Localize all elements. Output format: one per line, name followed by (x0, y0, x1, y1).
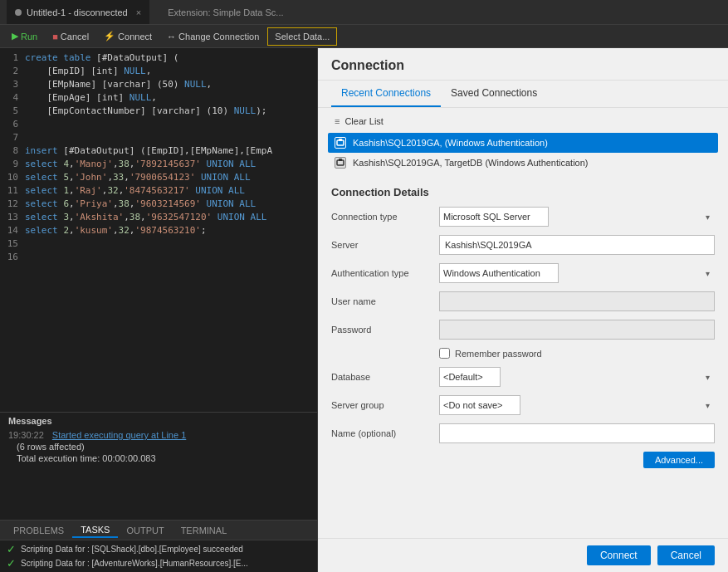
run-button[interactable]: ▶ Run (5, 27, 44, 46)
tab1-close-icon[interactable]: × (136, 7, 141, 17)
status-text: Scripting Data for : [AdventureWorks].[H… (21, 559, 248, 568)
auth-type-label: Authentication type (331, 268, 439, 278)
connection-details: Connection Details Connection type Micro… (318, 178, 728, 538)
clear-list-button[interactable]: ≡ Clear List (328, 113, 718, 130)
messages-header: Messages (0, 413, 317, 429)
message-time: 19:30:22 (8, 430, 44, 440)
bottom-tab-output[interactable]: OUTPUT (118, 524, 172, 537)
check-icon: ✓ (7, 557, 16, 570)
auth-type-select[interactable]: Windows Authentication (439, 263, 559, 283)
code-line: 7 (0, 131, 317, 144)
line-content: select 2,'kusum',32,'9874563210'; (25, 224, 207, 237)
line-content: select 6,'Priya',38,'9603214569' UNION A… (25, 198, 256, 211)
line-content: create table [#DataOutput] ( (25, 51, 178, 65)
line-number: 5 (0, 105, 25, 118)
line-number: 14 (0, 224, 25, 237)
select-data-label: Select Data... (275, 32, 330, 42)
clear-list-label: Clear List (344, 116, 383, 126)
name-input[interactable] (439, 423, 715, 443)
code-line: 11select 1,'Raj',32,'8474563217' UNION A… (0, 184, 317, 198)
server-row: Server (331, 235, 715, 255)
connect-button[interactable]: ⚡ Connect (97, 27, 159, 46)
main-content: 1create table [#DataOutput] (2 [EmpID] [… (0, 48, 728, 572)
total-time: Total execution time: 00:00:00.083 (17, 453, 156, 463)
run-label: Run (21, 32, 37, 42)
change-connection-button[interactable]: ↔ Change Connection (160, 27, 266, 46)
line-number: 10 (0, 171, 25, 184)
line-number: 12 (0, 198, 25, 211)
message-row-2: (6 rows affected) (0, 441, 317, 452)
run-icon: ▶ (12, 31, 18, 42)
code-line: 9select 4,'Manoj',38,'7892145637' UNION … (0, 158, 317, 171)
connection-item-0[interactable]: Kashish\SQL2019GA, (Windows Authenticati… (328, 133, 718, 153)
password-input[interactable] (439, 320, 715, 340)
code-line: 16 (0, 251, 317, 264)
database-select[interactable]: <Default> (439, 367, 501, 387)
connection-title: Connection (318, 48, 728, 81)
bottom-tab-tasks[interactable]: TASKS (72, 523, 118, 538)
auth-type-select-wrapper: Windows Authentication (439, 263, 715, 283)
code-line: 12select 6,'Priya',38,'9603214569' UNION… (0, 198, 317, 211)
remember-password-checkbox[interactable] (439, 348, 450, 359)
remember-password-label: Remember password (455, 349, 542, 359)
connection-item-1[interactable]: Kashish\SQL2019GA, TargetDB (Windows Aut… (328, 153, 718, 173)
connect-label: Connect (118, 32, 152, 42)
code-line: 8insert [#DataOutput] ([EmpID],[EMpName]… (0, 144, 317, 158)
toolbar: ▶ Run ■ Cancel ⚡ Connect ↔ Change Connec… (0, 25, 728, 48)
bottom-tab-problems[interactable]: PROBLEMS (5, 524, 72, 537)
message-row-3: Total execution time: 00:00:00.083 (0, 452, 317, 464)
svg-rect-1 (339, 139, 342, 141)
conn-tab-0[interactable]: Recent Connections (331, 81, 441, 107)
line-number: 13 (0, 211, 25, 224)
user-name-label: User name (331, 296, 439, 306)
bottom-tab-terminal[interactable]: TERMINAL (173, 524, 236, 537)
line-content: [EMpName] [varchar] (50) NULL, (25, 78, 212, 91)
change-connection-label: Change Connection (178, 32, 259, 42)
line-number: 7 (0, 131, 25, 144)
database-label: Database (331, 372, 439, 382)
code-editor[interactable]: 1create table [#DataOutput] (2 [EmpID] [… (0, 48, 317, 412)
bottom-tabs: PROBLEMSTASKSOUTPUTTERMINAL (0, 520, 317, 540)
connection-type-select[interactable]: Microsoft SQL Server (439, 207, 549, 227)
user-name-input[interactable] (439, 291, 715, 311)
conn-tab-1[interactable]: Saved Connections (441, 81, 547, 107)
message-link[interactable]: Started executing query at Line 1 (52, 430, 186, 440)
password-row: Password (331, 320, 715, 340)
code-line: 13select 3,'Akshita',38,'9632547120' UNI… (0, 211, 317, 224)
line-content: select 1,'Raj',32,'8474563217' UNION ALL (25, 184, 245, 198)
second-tab[interactable]: Extension: Simple Data Sc... (159, 0, 291, 24)
code-line: 5 [EmpContactNumber] [varchar] (10) NULL… (0, 105, 317, 118)
code-line: 10select 5,'John',33,'7900654123' UNION … (0, 171, 317, 184)
line-content: select 4,'Manoj',38,'7892145637' UNION A… (25, 158, 256, 171)
message-row-1: 19:30:22 Started executing query at Line… (0, 429, 317, 441)
code-line: 14select 2,'kusum',32,'9874563210'; (0, 224, 317, 237)
title-bar: Untitled-1 - disconnected × Extension: S… (0, 0, 728, 25)
advanced-button[interactable]: Advanced... (643, 452, 715, 468)
server-input[interactable] (439, 235, 715, 255)
messages-panel: Messages 19:30:22 Started executing quer… (0, 412, 317, 520)
cancel-action-button[interactable]: Cancel (657, 545, 715, 565)
server-label: Server (331, 240, 439, 250)
server-group-select-wrapper: <Do not save> (439, 395, 715, 415)
line-content: insert [#DataOutput] ([EmpID],[EMpName],… (25, 144, 272, 158)
code-line: 1create table [#DataOutput] ( (0, 51, 317, 65)
auth-type-row: Authentication type Windows Authenticati… (331, 263, 715, 283)
select-data-button[interactable]: Select Data... (267, 27, 337, 46)
tab1-label: Untitled-1 - disconnected (27, 7, 128, 17)
connection-type-row: Connection type Microsoft SQL Server (331, 207, 715, 227)
name-label: Name (optional) (331, 428, 439, 438)
svg-rect-3 (339, 159, 342, 161)
remember-password-row: Remember password (331, 348, 715, 359)
server-group-select[interactable]: <Do not save> (439, 395, 520, 415)
line-number: 2 (0, 65, 25, 78)
editor-panel: 1create table [#DataOutput] (2 [EmpID] [… (0, 48, 318, 572)
connection-type-label: Connection type (331, 212, 439, 222)
cancel-button[interactable]: ■ Cancel (46, 27, 95, 46)
active-tab[interactable]: Untitled-1 - disconnected × (7, 0, 149, 24)
connect-action-button[interactable]: Connect (587, 545, 651, 565)
connect-icon: ⚡ (104, 31, 115, 42)
line-number: 1 (0, 51, 25, 65)
clear-icon: ≡ (335, 116, 340, 126)
cancel-label: Cancel (61, 32, 89, 42)
line-number: 9 (0, 158, 25, 171)
